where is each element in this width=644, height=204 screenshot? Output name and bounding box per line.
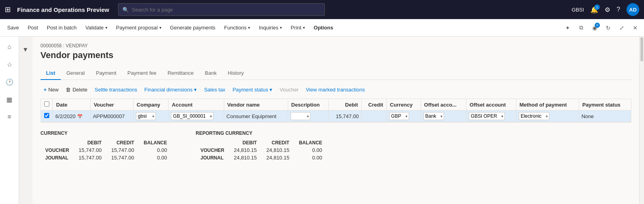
tab-bank[interactable]: Bank — [199, 67, 222, 80]
tab-list[interactable]: List — [41, 67, 61, 80]
currency-table: DEBIT CREDIT BALANCE VOUCHER 15,747.00 1… — [41, 139, 172, 161]
search-input[interactable] — [132, 7, 320, 13]
select-all-checkbox[interactable] — [44, 101, 49, 107]
payment-proposal-caret: ▾ — [159, 25, 161, 30]
reporting-currency-table: DEBIT CREDIT BALANCE VOUCHER 24,810.15 2… — [196, 139, 327, 161]
row-checkbox-cell[interactable] — [41, 111, 53, 122]
rep-journal-label: JOURNAL — [196, 154, 229, 161]
reporting-journal-row: JOURNAL 24,810.15 24,810.15 0.00 — [196, 154, 327, 161]
generate-payments-button[interactable]: Generate payments — [166, 22, 219, 33]
functions-caret: ▾ — [248, 25, 250, 30]
row-checkbox[interactable] — [44, 113, 49, 118]
col-company: Company — [133, 99, 168, 111]
main-toolbar: Save Post Post in batch Validate ▾ Payme… — [0, 19, 644, 37]
print-button[interactable]: Print ▾ — [287, 22, 309, 33]
row-date[interactable]: 6/2/2020 📅 — [53, 111, 90, 122]
validate-button[interactable]: Validate ▾ — [81, 22, 111, 33]
tab-general[interactable]: General — [61, 67, 90, 80]
search-bar[interactable]: 🔍 — [118, 3, 325, 16]
post-in-batch-button[interactable]: Post in batch — [43, 22, 81, 33]
functions-button[interactable]: Functions ▾ — [220, 22, 254, 33]
post-button[interactable]: Post — [24, 22, 42, 33]
tabs: List General Payment Payment fee Remitta… — [41, 67, 631, 80]
account-select[interactable]: GB_SI_000001 — [171, 112, 213, 120]
expand-icon[interactable]: ⤢ — [616, 22, 627, 33]
data-table-container: Date Voucher Company Account Vendor name… — [41, 99, 631, 122]
offset-account-select[interactable]: GBSI OPER — [469, 112, 505, 120]
row-voucher: APPM000007 — [90, 111, 133, 122]
sidebar-recent-icon[interactable]: 🕐 — [2, 75, 17, 89]
rep-journal-credit: 24,810.15 — [262, 154, 294, 161]
notif-badge: 1 — [594, 4, 600, 10]
rep-voucher-label: VOUCHER — [196, 146, 229, 154]
col-credit: Credit — [361, 99, 386, 111]
cur-col-debit: DEBIT — [74, 139, 107, 146]
row-account[interactable]: GB_SI_000001 — [169, 111, 224, 122]
row-offset-acco-type[interactable]: Bank — [421, 111, 466, 122]
tab-history[interactable]: History — [222, 67, 249, 80]
vertical-scrollbar[interactable] — [639, 37, 644, 204]
cur-journal-label: JOURNAL — [41, 154, 74, 161]
filter-icon[interactable]: ▼ — [22, 43, 30, 53]
close-icon[interactable]: ✕ — [630, 22, 641, 33]
payment-proposal-button[interactable]: Payment proposal ▾ — [112, 22, 165, 33]
settle-transactions-button[interactable]: Settle transactions — [91, 85, 140, 95]
row-offset-account[interactable]: GBSI OPER — [466, 111, 516, 122]
reporting-voucher-row: VOUCHER 24,810.15 24,810.15 0.00 — [196, 146, 327, 154]
user-avatar[interactable]: AD — [627, 3, 639, 16]
grid-icon[interactable]: ⊞ — [5, 5, 11, 14]
help-icon[interactable]: ? — [617, 6, 620, 13]
col-vendor-name: Vendor name — [224, 99, 288, 111]
filter-count-icon[interactable]: ◉ 0 — [589, 22, 600, 33]
table-row[interactable]: 6/2/2020 📅 APPM000007 gbsi — [41, 111, 631, 122]
open-in-new-icon[interactable]: ⧉ — [576, 22, 587, 33]
row-description[interactable] — [288, 111, 329, 122]
currency-select[interactable]: GBP — [389, 112, 409, 120]
cur-voucher-credit: 15,747.00 — [107, 146, 139, 154]
cur-voucher-debit: 15,747.00 — [74, 146, 107, 154]
search-icon: 🔍 — [122, 7, 129, 13]
financial-dimensions-button[interactable]: Financial dimensions ▾ — [141, 85, 200, 95]
tab-payment-fee[interactable]: Payment fee — [122, 67, 162, 80]
cur-col-credit: CREDIT — [107, 139, 139, 146]
payment-status-button[interactable]: Payment status ▾ — [229, 85, 276, 95]
col-date: Date — [53, 99, 90, 111]
method-select[interactable]: Electronic — [519, 112, 549, 120]
sidebar-home-icon[interactable]: ⌂ — [2, 40, 17, 54]
settings-icon[interactable]: ⚙ — [605, 6, 610, 14]
company-select[interactable]: gbsi — [136, 112, 156, 120]
print-caret: ▾ — [303, 25, 305, 30]
row-currency[interactable]: GBP — [386, 111, 421, 122]
sidebar-favorites-icon[interactable]: ☆ — [2, 57, 17, 72]
cur-voucher-balance: 0.00 — [139, 146, 172, 154]
tab-remittance[interactable]: Remittance — [162, 67, 200, 80]
rep-col-debit: DEBIT — [229, 139, 262, 146]
left-sidebar: ⌂ ☆ 🕐 ▦ ≡ — [0, 37, 19, 204]
sidebar-list-icon[interactable]: ≡ — [2, 110, 17, 124]
cur-journal-credit: 15,747.00 — [107, 154, 139, 161]
action-bar: + New 🗑 Delete Settle transactions Finan… — [41, 85, 631, 95]
notification-icon[interactable]: 🔔 1 — [590, 6, 598, 14]
col-method-of-payment: Method of payment — [516, 99, 579, 111]
row-company[interactable]: gbsi — [133, 111, 168, 122]
view-marked-transactions-button[interactable]: View marked transactions — [303, 85, 368, 95]
calendar-icon[interactable]: 📅 — [77, 114, 83, 119]
personalize-icon[interactable]: ✦ — [562, 22, 573, 33]
toolbar-right-icons: ✦ ⧉ ◉ 0 ↻ ⤢ ✕ — [562, 22, 641, 33]
row-method-of-payment[interactable]: Electronic — [516, 111, 579, 122]
delete-button[interactable]: 🗑 Delete — [62, 85, 91, 95]
options-button[interactable]: Options — [310, 22, 337, 33]
new-button[interactable]: + New — [41, 85, 62, 95]
currency-voucher-row: VOUCHER 15,747.00 15,747.00 0.00 — [41, 146, 172, 154]
offset-type-select[interactable]: Bank — [423, 112, 444, 120]
inquiries-button[interactable]: Inquiries ▾ — [255, 22, 286, 33]
rep-journal-balance: 0.00 — [294, 154, 327, 161]
sidebar-workspaces-icon[interactable]: ▦ — [2, 92, 17, 107]
refresh-icon[interactable]: ↻ — [603, 22, 614, 33]
sales-tax-button[interactable]: Sales tax — [201, 85, 228, 95]
voucher-button: Voucher — [276, 85, 302, 95]
tab-payment[interactable]: Payment — [90, 67, 122, 80]
description-select[interactable] — [291, 112, 310, 120]
rep-col-label — [196, 139, 229, 146]
save-button[interactable]: Save — [3, 22, 23, 33]
